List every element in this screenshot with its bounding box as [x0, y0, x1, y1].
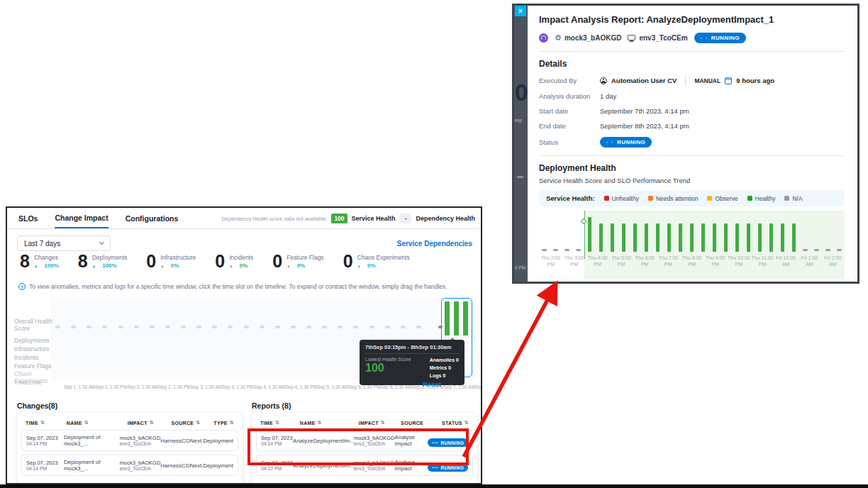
- sort-icon[interactable]: ⇅: [275, 420, 279, 426]
- metric-value: 0: [146, 253, 156, 270]
- service-name[interactable]: mock3_bAOKGD: [564, 34, 622, 42]
- reports-table-title: Reports (8): [252, 401, 291, 410]
- timeline-section: Overall Health ScoreDeploymentsInfrastru…: [7, 294, 481, 401]
- timeline-axis-label: Sep 2, 1:30 PM: [159, 384, 191, 389]
- table-header-row: TIME⇅NAME⇅IMPACT⇅SOURCESTATUS⇅: [256, 418, 473, 430]
- reset-window-button[interactable]: Reset: [423, 380, 441, 388]
- table-row[interactable]: Sep 07, 202304:10 PMAnalyzeDeploymentIm.…: [256, 455, 473, 476]
- table-row[interactable]: Sep 07, 202304:14 PMDeployment of mock3_…: [21, 430, 238, 451]
- health-score-na-dash: [228, 326, 233, 328]
- column-header-impact: IMPACT⇅: [359, 420, 401, 426]
- status-text: RUNNING: [441, 440, 464, 445]
- na-dash: [576, 249, 581, 252]
- cell-name: AnalyzeDeploymentIm...: [293, 462, 354, 469]
- metric-value: 0: [343, 253, 353, 270]
- cell-impact: mock3_bAOKGDenv3_TcoCEm: [120, 460, 161, 471]
- background-fragment-dash: [517, 176, 523, 178]
- column-label: TIME: [260, 421, 273, 426]
- timeline-axis-labels: Sep 1, 1:30 AMSep 1, 1:30 PMSep 2, 1:30 …: [64, 384, 474, 389]
- window-drag-handle-right[interactable]: ⋮⋮: [468, 334, 476, 339]
- tab-change-impact[interactable]: Change Impact: [55, 208, 108, 228]
- sort-icon[interactable]: ⇅: [318, 420, 322, 426]
- table-row[interactable]: Sep 07, 202304:14 PMAnalyzeDeploymentIm.…: [256, 430, 473, 451]
- timeline-axis-label: Sep 7, 1:30 AM: [444, 384, 475, 389]
- cell-source: Analyse Impact: [395, 459, 428, 472]
- cell-time: Sep 07, 202304:14 PM: [261, 435, 293, 446]
- health-score-bar[interactable]: [454, 301, 459, 336]
- health-score-na-dash: [55, 326, 60, 328]
- na-slot[interactable]: [562, 215, 573, 252]
- metric-trend: ▲100%: [34, 262, 59, 269]
- legend-item-n-a: N/A: [784, 195, 802, 202]
- cell-status: •••RUNNING: [428, 434, 468, 447]
- gear-icon: ⚙: [555, 34, 562, 42]
- sort-icon[interactable]: ⇅: [196, 420, 200, 426]
- metric-changes: 8Changes▲100%: [20, 253, 59, 270]
- sort-icon[interactable]: ⇅: [381, 420, 385, 426]
- table-row[interactable]: Sep 07, 202304:14 PMDeployment of mock3_…: [21, 455, 238, 476]
- tooltip-stat: Anamolies 0: [430, 357, 459, 365]
- column-label: IMPACT: [359, 421, 379, 426]
- time-date: Sep 07, 2023: [26, 435, 64, 441]
- health-score-na-dash: [385, 326, 390, 328]
- sort-icon[interactable]: ⇅: [84, 420, 89, 426]
- deployment-health-heading: Deployment Health: [539, 163, 845, 173]
- metric-label: Changes: [34, 254, 59, 261]
- tab-configurations[interactable]: Configurations: [126, 208, 179, 228]
- timeline-row-label: Infrastructure: [14, 345, 54, 353]
- cell-impact: mock3_bAOKGDenv3_TcoCEm: [354, 460, 395, 471]
- executed-by-value: Automation User CV: [611, 77, 677, 84]
- deployment-start-line: [584, 211, 586, 259]
- column-label: NAME: [67, 421, 82, 426]
- na-slot[interactable]: [550, 215, 562, 252]
- na-slot[interactable]: [539, 215, 550, 252]
- timeline-row-label: Incidents: [14, 354, 54, 361]
- trend-percent: 100%: [102, 262, 116, 269]
- service-health-score-badge: 100: [331, 214, 347, 223]
- timeline-row-label: Deployments: [14, 337, 54, 344]
- legend-item-unhealthy: Unhealthy: [604, 195, 639, 202]
- sort-icon[interactable]: ⇅: [40, 420, 45, 426]
- tab-slos[interactable]: SLOs: [18, 208, 38, 228]
- sort-icon[interactable]: ⇅: [464, 420, 469, 426]
- service-dependencies-link[interactable]: Service Dependencies: [397, 240, 472, 248]
- cell-time: Sep 07, 202304:10 PM: [261, 460, 293, 471]
- environment-name[interactable]: env3_TcoCEm: [639, 34, 687, 42]
- time-range-dropdown[interactable]: Last 7 days: [17, 235, 111, 251]
- start-date-value: September 7th 2023, 4:14 pm: [600, 107, 689, 115]
- start-date-label: Start date: [539, 107, 600, 115]
- report-content: Impact Analysis Report: AnalyzeDeploymen…: [528, 6, 857, 282]
- timeline-axis-label: Sep 1, 1:30 AM: [64, 384, 95, 389]
- impact-service: mock3_bAOKGD: [120, 460, 161, 466]
- sort-icon[interactable]: ⇅: [230, 420, 234, 426]
- time-date: Sep 07, 2023: [26, 460, 64, 466]
- metric-value: 8: [20, 253, 30, 270]
- tooltip-stat: Logs 0: [430, 372, 459, 380]
- trend-arrow-icon: ▲: [357, 264, 361, 268]
- health-score-bar[interactable]: [445, 301, 450, 336]
- time-clock: 04:14 PM: [26, 441, 64, 446]
- service-health-label: Service Health: [352, 215, 396, 222]
- duration-label: Analysis duration: [539, 92, 600, 100]
- close-drawer-button[interactable]: ×: [515, 6, 526, 16]
- column-header-time: TIME⇅: [26, 420, 67, 426]
- metric-feature-flags: 0Feature Flags▲0%: [272, 253, 323, 270]
- cell-name: AnalyzeDeploymentIm...: [293, 438, 354, 444]
- impact-environment: env3_TcoCEm: [354, 466, 395, 471]
- health-score-na-dash: [306, 326, 311, 328]
- sort-icon[interactable]: ⇅: [150, 420, 154, 426]
- tooltip-time-range: 7thSep 03:15pm - 8thSep 01:30am: [365, 344, 459, 350]
- health-score-na-dash: [401, 326, 406, 328]
- legend-item-needs-attention: Needs attention: [648, 195, 699, 202]
- window-drag-handle-left[interactable]: ⋮⋮: [443, 334, 450, 339]
- metric-col: Changes▲100%: [34, 254, 59, 269]
- health-score-bar[interactable]: [463, 301, 468, 336]
- trend-percent: 0%: [297, 262, 306, 269]
- change-metrics-row: 8Changes▲100%8Deployments▲100%0Infrastru…: [20, 253, 475, 270]
- analysis-window-shade: [584, 211, 845, 279]
- status-badge: •••RUNNING: [428, 463, 468, 472]
- health-summary: Dependency Health score data not availab…: [221, 208, 475, 229]
- metric-label: Incidents: [229, 254, 253, 261]
- legend-item-observe: Observe: [707, 195, 738, 202]
- legend-swatch: [648, 196, 653, 201]
